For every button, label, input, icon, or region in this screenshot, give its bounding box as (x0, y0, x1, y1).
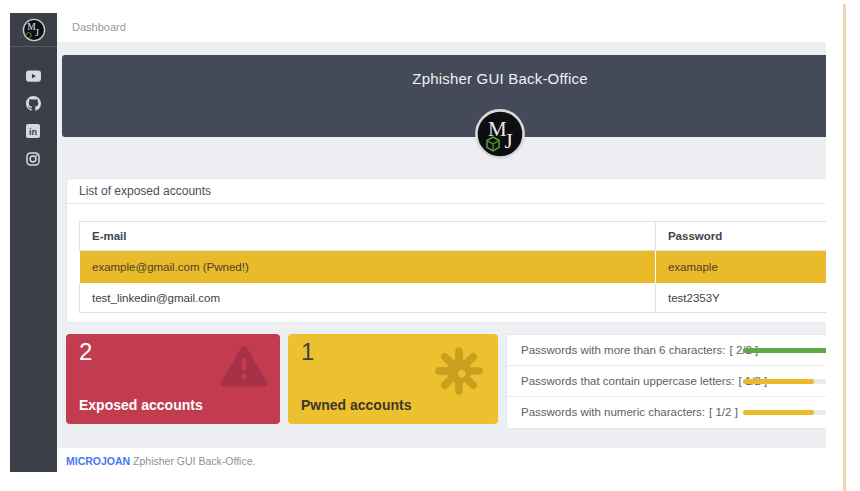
svg-text:in: in (29, 127, 37, 137)
svg-text:J: J (505, 129, 513, 153)
progress-track (743, 379, 826, 384)
progress-track (743, 348, 826, 353)
sidebar-social-links: in (10, 47, 57, 167)
exposed-accounts-label: Exposed accounts (79, 397, 203, 413)
header-band: Zphisher GUI Back-Office (62, 55, 826, 137)
password-stats-list: Passwords with more than 6 characters:[ … (506, 334, 826, 429)
exposed-accounts-count: 2 (79, 338, 92, 366)
footer: MICROJOAN Zphisher GUI Back-Office. (57, 448, 826, 472)
password-cell: test2353Y (655, 284, 826, 313)
github-icon (26, 96, 41, 111)
email-cell: test_linkedin@gmail.com (80, 284, 656, 313)
pwned-accounts-count: 1 (301, 338, 314, 366)
panel-title: List of exposed accounts (67, 179, 826, 204)
password-cell: examaple (655, 251, 826, 284)
exposed-accounts-card: 2 Exposed accounts (66, 334, 280, 424)
warning-triangle-icon (221, 345, 267, 391)
exposed-accounts-panel: List of exposed accounts E-mail Password (66, 178, 826, 323)
sidebar-item-youtube[interactable] (26, 68, 41, 83)
stat-row-length: Passwords with more than 6 characters:[ … (507, 335, 826, 366)
stat-label: Passwords with numeric characters: (521, 406, 705, 418)
email-cell: example@gmail.com (Pwned!) (80, 251, 656, 284)
breadcrumb: Dashboard (57, 13, 826, 42)
stat-label: Passwords that contain uppercase letters… (521, 375, 735, 387)
stat-count: [ 1/2 ] (709, 406, 738, 418)
column-header-password: Password (655, 222, 826, 251)
topbar: Dashboard (57, 13, 826, 42)
pwned-accounts-label: Pwned accounts (301, 397, 411, 413)
table-header-row: E-mail Password (80, 222, 827, 251)
linkedin-icon: in (26, 124, 40, 138)
table-row-pwned[interactable]: example@gmail.com (Pwned!) examaple (80, 251, 827, 284)
mj-logo-small-icon: M J (22, 18, 46, 42)
mj-logo-icon: M J (474, 108, 526, 160)
mj-logo-badge: M J (474, 108, 526, 160)
app-window: M J (10, 13, 826, 472)
screen: M J (0, 0, 860, 491)
sidebar-item-linkedin[interactable]: in (26, 124, 41, 139)
right-edge-divider (843, 4, 846, 491)
sidebar: M J (10, 13, 57, 472)
pwned-accounts-card: 1 (288, 334, 498, 424)
gear-icon (433, 345, 485, 401)
instagram-icon (26, 152, 40, 166)
footer-text: Zphisher GUI Back-Office. (133, 455, 255, 467)
stat-row-uppercase: Passwords that contain uppercase letters… (507, 366, 826, 397)
youtube-icon (26, 70, 41, 82)
sidebar-item-instagram[interactable] (26, 152, 41, 167)
content-area: Zphisher GUI Back-Office M J List of exp… (57, 42, 826, 448)
svg-text:J: J (35, 27, 39, 37)
sidebar-logo-link[interactable]: M J (10, 13, 57, 47)
progress-fill (743, 410, 814, 415)
table-row[interactable]: test_linkedin@gmail.com test2353Y (80, 284, 827, 313)
stat-label: Passwords with more than 6 characters: (521, 344, 726, 356)
accounts-table: E-mail Password example@gmail.com (Pwned… (79, 221, 826, 313)
progress-fill (743, 348, 826, 353)
panel-body: E-mail Password example@gmail.com (Pwned… (67, 204, 826, 325)
column-header-email: E-mail (80, 222, 656, 251)
page-title: Zphisher GUI Back-Office (62, 55, 826, 87)
footer-brand-link[interactable]: MICROJOAN (66, 455, 130, 467)
stat-row-numeric: Passwords with numeric characters:[ 1/2 … (507, 397, 826, 428)
progress-fill (743, 379, 814, 384)
progress-track (743, 410, 826, 415)
sidebar-item-github[interactable] (26, 96, 41, 111)
